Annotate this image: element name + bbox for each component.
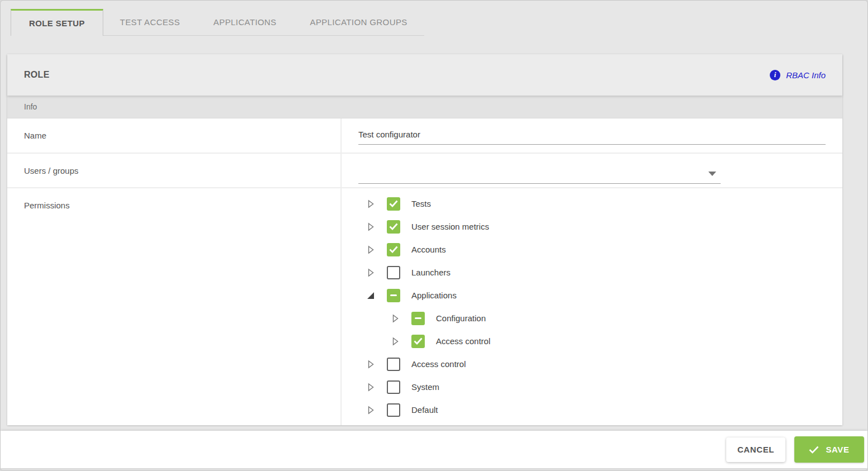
- checkbox-indeterminate[interactable]: [411, 312, 425, 325]
- checkbox-unchecked[interactable]: [387, 380, 400, 394]
- tree-item-system-8: System: [358, 375, 826, 398]
- tree-item-configuration-5: Configuration: [358, 307, 826, 330]
- tree-item-label: Access control: [411, 359, 466, 369]
- checkbox-unchecked[interactable]: [387, 358, 400, 371]
- checkbox-indeterminate[interactable]: [387, 289, 400, 302]
- tab-test-access[interactable]: TEST ACCESS: [103, 9, 197, 35]
- expand-arrow-icon[interactable]: [367, 199, 375, 208]
- page-title: ROLE: [24, 70, 50, 80]
- rbac-info-label: RBAC Info: [786, 70, 826, 80]
- checkbox-checked[interactable]: [387, 220, 400, 234]
- tree-item-label: Applications: [411, 291, 457, 300]
- footer-bar: CANCEL SAVE: [1, 431, 867, 468]
- tree-item-tests-0: Tests: [358, 192, 826, 215]
- tree-item-applications-4: Applications: [358, 284, 826, 307]
- tree-item-label: Launchers: [411, 268, 450, 277]
- check-icon: [809, 446, 819, 454]
- indeterminate-dash-icon: [415, 317, 421, 319]
- permissions-value-cell: TestsUser session metricsAccountsLaunche…: [342, 188, 842, 425]
- checkbox-checked[interactable]: [387, 197, 400, 211]
- tree-item-accounts-2: Accounts: [358, 238, 826, 261]
- role-name-input[interactable]: [358, 127, 826, 145]
- expand-arrow-icon[interactable]: [367, 222, 375, 231]
- permissions-tree: TestsUser session metricsAccountsLaunche…: [358, 188, 826, 421]
- cancel-button[interactable]: CANCEL: [726, 437, 785, 462]
- name-row: Name: [7, 118, 842, 154]
- checkbox-unchecked[interactable]: [387, 403, 400, 417]
- name-value-cell: [342, 118, 842, 153]
- permissions-label: Permissions: [7, 188, 342, 425]
- save-button[interactable]: SAVE: [794, 436, 864, 463]
- app-window: ROLE SETUPTEST ACCESSAPPLICATIONSAPPLICA…: [0, 0, 868, 471]
- tree-item-label: Accounts: [411, 245, 446, 254]
- users-groups-value-cell: [342, 154, 842, 187]
- tree-item-user-session-metrics-1: User session metrics: [358, 215, 826, 238]
- expand-arrow-icon[interactable]: [367, 406, 375, 415]
- indeterminate-dash-icon: [390, 294, 397, 296]
- name-label: Name: [7, 118, 342, 153]
- info-icon: i: [770, 70, 780, 80]
- cancel-button-label: CANCEL: [737, 445, 774, 454]
- tree-item-label: Configuration: [436, 313, 486, 323]
- tree-item-launchers-3: Launchers: [358, 261, 826, 284]
- chevron-down-icon: [708, 172, 716, 176]
- expand-arrow-icon[interactable]: [391, 314, 399, 323]
- tree-item-label: Access control: [436, 336, 491, 346]
- collapse-arrow-icon[interactable]: [367, 292, 375, 299]
- expand-arrow-icon[interactable]: [367, 245, 375, 254]
- expand-arrow-icon[interactable]: [367, 360, 375, 369]
- permissions-row: Permissions TestsUser session metricsAcc…: [7, 188, 842, 425]
- info-section-label: Info: [24, 102, 37, 111]
- expand-arrow-icon[interactable]: [367, 268, 375, 277]
- tree-item-default-9: Default: [358, 398, 826, 421]
- tree-item-label: Tests: [411, 199, 431, 208]
- expand-arrow-icon[interactable]: [391, 337, 399, 346]
- checkbox-checked[interactable]: [411, 335, 425, 348]
- checkbox-unchecked[interactable]: [387, 266, 400, 279]
- users-groups-row: Users / groups: [7, 154, 842, 188]
- tab-application-groups[interactable]: APPLICATION GROUPS: [293, 9, 424, 35]
- role-card: ROLE i RBAC Info Info Name Users / group…: [7, 54, 842, 425]
- tree-item-label: System: [411, 382, 439, 392]
- role-card-header: ROLE i RBAC Info: [7, 54, 842, 96]
- rbac-info-link[interactable]: i RBAC Info: [770, 70, 826, 80]
- tree-item-access-control-7: Access control: [358, 353, 826, 375]
- users-groups-select[interactable]: [358, 164, 721, 184]
- tab-role-setup[interactable]: ROLE SETUP: [11, 9, 103, 36]
- users-groups-label: Users / groups: [7, 154, 342, 187]
- expand-arrow-icon[interactable]: [367, 383, 375, 392]
- tree-item-label: Default: [411, 405, 438, 415]
- info-section-header: Info: [7, 96, 842, 118]
- tab-bar: ROLE SETUPTEST ACCESSAPPLICATIONSAPPLICA…: [11, 9, 424, 36]
- tree-item-label: User session metrics: [411, 222, 489, 231]
- tree-item-access-control-6: Access control: [358, 330, 826, 353]
- tab-applications[interactable]: APPLICATIONS: [196, 9, 293, 35]
- save-button-label: SAVE: [826, 445, 849, 454]
- checkbox-checked[interactable]: [387, 243, 400, 256]
